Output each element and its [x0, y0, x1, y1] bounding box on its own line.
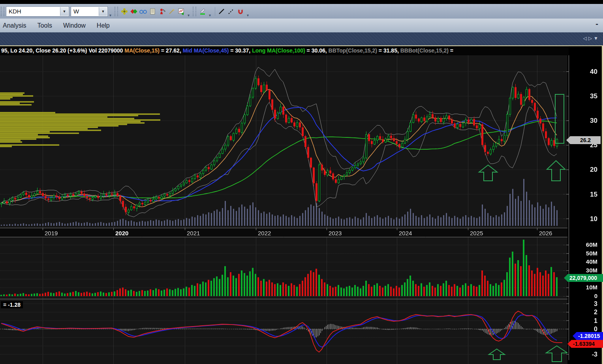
macd-signal-value-tag: -1.28015: [573, 332, 603, 340]
wizard-icon[interactable]: [167, 7, 176, 16]
menu-bar: Analysis Tools Window Help -: [0, 19, 603, 32]
color-settings-icon[interactable]: [130, 7, 138, 16]
menu-tools[interactable]: Tools: [32, 22, 58, 29]
title-segment: BBBot(Close,15,2): [400, 47, 449, 54]
snap-magnet-icon[interactable]: [236, 7, 245, 16]
more-windows-icon[interactable]: ▼: [594, 36, 600, 41]
title-segment: =: [449, 47, 453, 54]
minimize-button[interactable]: -: [595, 19, 598, 28]
sheet-nav-strip: ◁▷▼: [0, 32, 603, 45]
indicator-wizard-icon[interactable]: [120, 7, 129, 16]
scroll-left-icon[interactable]: ◁: [583, 36, 588, 41]
symbol-dropdown-icon[interactable]: ▼: [60, 7, 68, 16]
tag-arrow-icon: [567, 340, 571, 348]
interval-combobox[interactable]: W ▼: [71, 6, 108, 17]
title-segment: = 31.85,: [377, 47, 400, 54]
title-segment: Mid MA(Close,45): [183, 47, 229, 54]
title-segment: MA(Close,15): [124, 47, 160, 54]
scroll-right-icon[interactable]: ▷: [588, 36, 594, 41]
trading-app-window: { "toolbar": { "symbol_value": "KDH", "i…: [0, 0, 603, 364]
macd-value-tag: -1.63394: [567, 340, 603, 348]
toolbar-overflow-icon[interactable]: ▾: [247, 13, 249, 19]
menu-window[interactable]: Window: [58, 22, 91, 29]
title-segment: = 30.06,: [305, 47, 329, 54]
trendline-icon[interactable]: [217, 7, 226, 16]
title-segment: BBTop(Close,15,2): [329, 47, 377, 54]
interval-dropdown-icon[interactable]: ▼: [99, 7, 107, 16]
toolbar-grip[interactable]: [115, 7, 118, 16]
title-segment: Long MA(Close,100): [252, 47, 305, 54]
interval-value: W: [71, 8, 79, 15]
tag-arrow-icon: [566, 136, 570, 144]
highlight-pen-icon[interactable]: [198, 7, 207, 16]
last-price-tag: 26.2: [566, 136, 603, 144]
chart-insert-icon[interactable]: [177, 7, 186, 16]
menu-help[interactable]: Help: [91, 22, 115, 29]
report-icon[interactable]: [148, 7, 157, 16]
dashed-line-icon[interactable]: [227, 7, 235, 16]
window-top-strip: [0, 0, 603, 4]
main-toolbar: KDH ▼ W ▼ ▾ ▾ ▾ ▾: [0, 4, 603, 19]
pen-dropdown-icon[interactable]: ▾: [209, 13, 211, 19]
explore-icon[interactable]: [139, 7, 148, 16]
title-segment: = 30.37,: [229, 47, 252, 54]
symbol-value: KDH: [6, 8, 21, 15]
analysis-icon[interactable]: [158, 7, 167, 16]
toolbar-grip[interactable]: [193, 7, 196, 16]
toolbar-grip[interactable]: [1, 7, 4, 16]
toolbar-overflow-icon[interactable]: ▾: [188, 13, 190, 19]
tag-arrow-icon: [573, 332, 577, 340]
title-segment: = 27.62,: [160, 47, 183, 54]
last-volume-tag: 22,079,000: [564, 274, 603, 282]
macd-pane-label: = -1.28: [1, 301, 23, 308]
menu-analysis[interactable]: Analysis: [0, 22, 32, 29]
tag-arrow-icon: [564, 274, 568, 282]
title-segment: 95, Lo 24.20, Close 26.20 (+3.6%) Vol 22…: [1, 47, 124, 54]
chart-title-line: 95, Lo 24.20, Close 26.20 (+3.6%) Vol 22…: [0, 46, 569, 55]
symbol-combobox[interactable]: KDH ▼: [6, 6, 69, 17]
toolbar-overflow-icon[interactable]: ▾: [109, 13, 111, 19]
